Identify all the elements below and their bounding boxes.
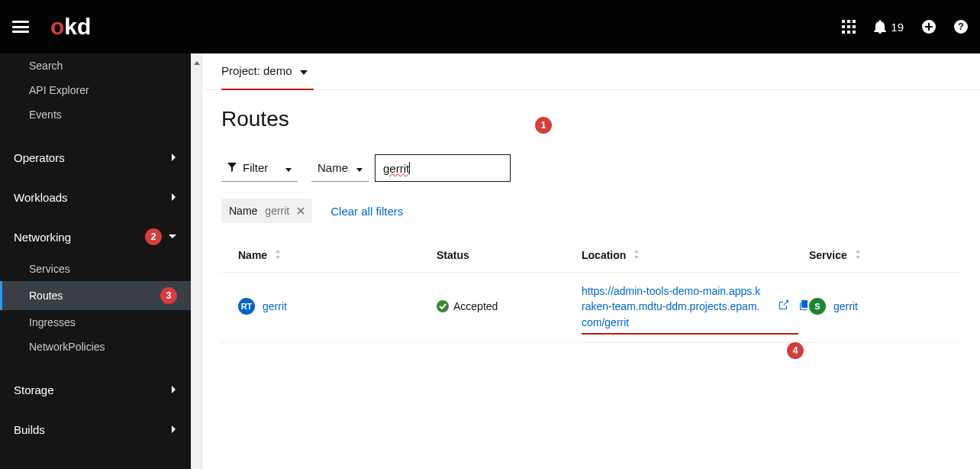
status-accepted-icon [437,300,449,312]
chevron-down-icon [168,234,177,240]
name-dropdown[interactable]: Name [311,154,369,182]
project-bar: Project: demo [203,53,980,90]
filter-label: Filter [243,161,268,174]
col-header-label: Name [238,249,267,261]
annotation-badge-1: 1 [535,117,552,134]
notifications-icon[interactable]: 19 [874,20,904,34]
col-header-label: Service [809,249,847,261]
svg-rect-8 [853,31,856,34]
col-header-status[interactable]: Status [437,249,582,261]
cell-location: https://admin-tools-demo-main.apps.krake… [582,283,809,330]
clear-filters-link[interactable]: Clear all filters [330,205,403,218]
name-dropdown-label: Name [318,161,348,174]
sidebar-group-workloads[interactable]: Workloads [0,177,191,217]
sidebar-group-label: Workloads [14,191,68,204]
main-area: Search API Explorer Events Operators Wor… [0,53,980,469]
okd-logo: okd [50,14,91,40]
col-header-location[interactable]: Location [582,249,809,261]
topbar: okd 19 ? [0,0,980,53]
svg-rect-0 [842,20,845,23]
cell-name: RT gerrit [221,283,437,330]
svg-rect-14 [801,300,808,308]
sidebar-group-label: Builds [14,423,45,436]
project-selector[interactable]: Project: demo [221,64,308,80]
svg-rect-6 [842,31,845,34]
copy-icon[interactable] [799,299,809,314]
chevron-right-icon [171,153,177,162]
chevron-right-icon [171,425,177,434]
search-input[interactable]: gerrit [375,154,511,182]
sidebar-item-label: Routes [29,289,63,302]
sidebar-group-label: Storage [14,383,54,396]
external-link-icon[interactable] [779,299,788,314]
col-header-service[interactable]: Service [809,249,962,261]
caret-down-icon [300,64,308,77]
table-header: Name Status Location Service [221,243,962,272]
project-label: Project: demo [221,64,292,77]
chevron-right-icon [171,385,177,394]
logo-part-kd: kd [64,14,91,39]
sidebar-group-label: Networking [14,231,71,244]
col-header-label: Location [582,249,626,261]
sidebar-item-services[interactable]: Services [0,257,191,281]
content-panel: Project: demo Routes Filter Name [203,53,980,469]
add-icon[interactable] [922,20,936,34]
cell-status: Accepted [437,283,582,330]
svg-rect-2 [853,20,856,23]
caret-down-icon [356,161,363,174]
filter-chip-row: Name gerrit Clear all filters [221,199,962,223]
filter-row: Filter Name gerrit [221,154,962,182]
sidebar-group-label: Operators [14,151,65,164]
sidebar-item-networkpolicies[interactable]: NetworkPolicies [0,335,191,359]
sidebar-group-networking[interactable]: Networking 2 [0,217,191,257]
sidebar-item-routes[interactable]: Routes 3 [0,281,191,310]
filter-chip: Name gerrit [221,199,312,223]
col-header-name[interactable]: Name [221,249,437,261]
col-header-label: Status [437,249,469,261]
annotation-badge-3: 3 [160,287,177,304]
sidebar-group-storage[interactable]: Storage [0,370,191,409]
svg-rect-5 [853,25,856,28]
sidebar-scrollbar[interactable] [191,53,203,469]
sidebar-item-search[interactable]: Search [0,53,191,78]
sidebar-item-events[interactable]: Events [0,102,191,127]
sidebar-group-operators[interactable]: Operators [0,137,191,177]
chip-key: Name [229,205,257,217]
svg-rect-11 [925,26,933,27]
sort-icon [633,249,640,261]
sidebar: Search API Explorer Events Operators Wor… [0,53,191,469]
routes-table: Name Status Location Service [221,243,962,343]
page-title: Routes [221,107,962,131]
apps-grid-icon[interactable] [842,20,856,34]
filter-button[interactable]: Filter [221,154,298,182]
chip-remove-icon[interactable] [297,205,305,217]
cell-service: S gerrit [809,283,962,330]
sidebar-item-api-explorer[interactable]: API Explorer [0,78,191,102]
notifications-count: 19 [891,21,904,34]
scroll-up-arrow-icon [194,55,200,67]
annotation-underline-4 [582,333,798,335]
svg-rect-1 [847,20,850,23]
svg-text:?: ? [958,21,963,32]
hamburger-menu-icon[interactable] [12,21,29,33]
filter-icon [227,161,237,174]
service-name-link[interactable]: gerrit [833,300,858,312]
service-badge: S [809,298,826,315]
caret-down-icon [285,161,292,174]
chip-value: gerrit [265,205,289,217]
sidebar-item-ingresses[interactable]: Ingresses [0,310,191,335]
location-link[interactable]: https://admin-tools-demo-main.apps.krake… [582,283,763,330]
search-input-value: gerrit [383,162,409,175]
logo-part-o: o [50,14,64,39]
route-badge: RT [238,298,255,315]
help-icon[interactable]: ? [954,20,968,34]
svg-rect-7 [847,31,850,34]
annotation-badge-4: 4 [787,342,804,359]
table-row: RT gerrit Accepted https://admin-tools-d… [221,272,962,343]
annotation-badge-2: 2 [145,228,162,245]
route-name-link[interactable]: gerrit [263,300,287,312]
sidebar-group-builds[interactable]: Builds [0,409,191,449]
sort-icon [275,249,281,261]
status-text: Accepted [453,300,498,312]
svg-rect-4 [847,25,850,28]
